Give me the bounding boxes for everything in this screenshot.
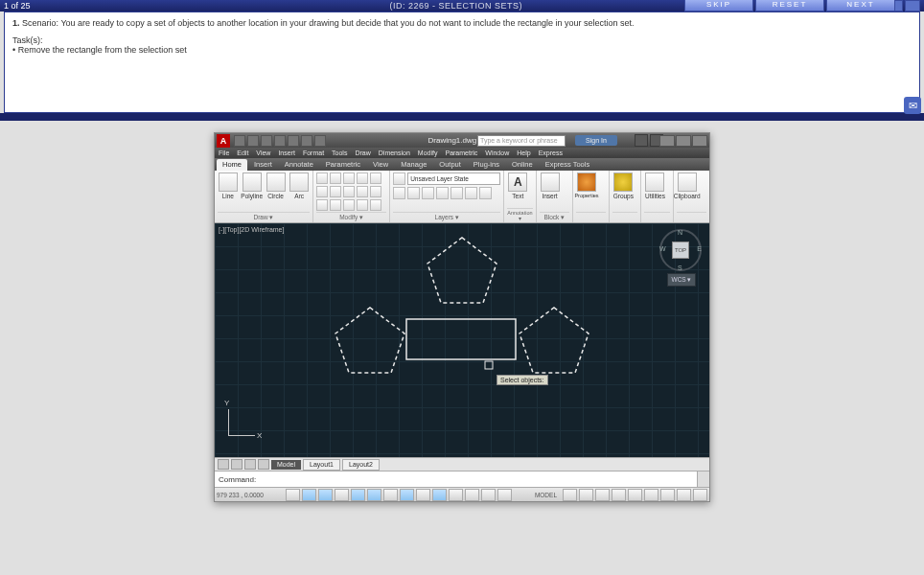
maximize-icon[interactable] bbox=[676, 135, 691, 147]
layer-prev-icon[interactable] bbox=[479, 187, 492, 199]
tool-join-icon[interactable] bbox=[357, 199, 368, 211]
tool-groups[interactable]: Groups bbox=[612, 172, 634, 199]
tool-insert-block[interactable]: Insert bbox=[540, 172, 561, 199]
menu-file[interactable]: File bbox=[219, 150, 229, 156]
tab-home[interactable]: Home bbox=[217, 159, 247, 171]
shape-rectangle[interactable] bbox=[406, 319, 516, 359]
status-dyn-icon[interactable] bbox=[432, 489, 447, 501]
layer-freeze-icon[interactable] bbox=[407, 187, 420, 199]
tab-view[interactable]: View bbox=[367, 159, 394, 171]
tab-online[interactable]: Online bbox=[506, 159, 539, 171]
tab-layout2[interactable]: Layout2 bbox=[342, 459, 380, 471]
menu-parametric[interactable]: Parametric bbox=[445, 150, 477, 156]
tool-mirror-icon[interactable] bbox=[330, 186, 341, 197]
tab-plugins[interactable]: Plug-ins bbox=[468, 159, 505, 171]
layout-prev-icon[interactable] bbox=[231, 459, 243, 470]
qat-save-icon[interactable] bbox=[261, 135, 272, 147]
panel-label-layers[interactable]: Layers ▾ bbox=[393, 212, 500, 222]
signin-button[interactable]: Sign In bbox=[575, 135, 617, 146]
tool-erase-icon[interactable] bbox=[357, 172, 368, 184]
tool-extend-icon[interactable] bbox=[343, 199, 355, 211]
drawing-area[interactable]: [-][Top][2D Wireframe] N S E W TOP WCS ▾… bbox=[215, 223, 709, 457]
status-annoscale-icon[interactable] bbox=[595, 489, 610, 501]
tab-annotate[interactable]: Annotate bbox=[279, 159, 319, 171]
status-ortho-icon[interactable] bbox=[335, 489, 349, 501]
status-hw-icon[interactable] bbox=[660, 489, 675, 501]
tool-scale-icon[interactable] bbox=[330, 199, 341, 211]
qat-new-icon[interactable] bbox=[234, 135, 245, 147]
panel-label-modify[interactable]: Modify ▾ bbox=[316, 212, 386, 222]
status-ws-icon[interactable] bbox=[628, 489, 642, 501]
status-3dosnap-icon[interactable] bbox=[383, 489, 398, 501]
status-lwt-icon[interactable] bbox=[449, 489, 463, 501]
search-input[interactable]: Type a keyword or phrase bbox=[477, 135, 566, 147]
layout-next-icon[interactable] bbox=[244, 459, 256, 470]
tool-rotate-icon[interactable] bbox=[330, 172, 341, 184]
tool-stretch-icon[interactable] bbox=[316, 199, 328, 211]
layer-lock-icon[interactable] bbox=[422, 187, 434, 199]
panel-label-draw[interactable]: Draw ▾ bbox=[218, 212, 310, 222]
status-qv-icon[interactable] bbox=[579, 489, 593, 501]
tab-parametric[interactable]: Parametric bbox=[320, 159, 366, 171]
app-logo-icon[interactable]: A bbox=[217, 134, 230, 148]
status-coordinates[interactable]: 979 233 , 0.0000 bbox=[217, 492, 284, 498]
command-input[interactable] bbox=[260, 472, 697, 486]
menu-window[interactable]: Window bbox=[485, 150, 509, 156]
tool-text[interactable]: AText bbox=[507, 172, 528, 199]
layout-last-icon[interactable] bbox=[258, 459, 269, 470]
menu-view[interactable]: View bbox=[256, 150, 270, 156]
status-infer-icon[interactable] bbox=[286, 489, 300, 501]
minimize-icon[interactable] bbox=[659, 135, 675, 147]
layer-iso-icon[interactable] bbox=[450, 187, 463, 199]
tool-properties[interactable]: Properties bbox=[576, 172, 597, 199]
status-osnap-icon[interactable] bbox=[367, 489, 381, 501]
next-button[interactable]: NEXT bbox=[826, 0, 895, 12]
status-layout-icon[interactable] bbox=[563, 489, 577, 501]
status-annovis-icon[interactable] bbox=[612, 489, 626, 501]
menu-express[interactable]: Express bbox=[539, 150, 563, 156]
layout-first-icon[interactable] bbox=[218, 459, 229, 470]
shape-pentagon-top[interactable] bbox=[427, 238, 497, 303]
status-snap-icon[interactable] bbox=[302, 489, 316, 501]
command-history-icon[interactable] bbox=[697, 472, 709, 487]
layer-state-dropdown[interactable]: Unsaved Layer State bbox=[407, 172, 500, 185]
status-space[interactable]: MODEL bbox=[531, 492, 561, 498]
qat-undo-icon[interactable] bbox=[301, 135, 312, 147]
quiz-close-icon[interactable] bbox=[905, 0, 920, 12]
reset-button[interactable]: RESET bbox=[755, 0, 824, 12]
tab-manage[interactable]: Manage bbox=[395, 159, 432, 171]
tool-circle[interactable]: Circle bbox=[266, 172, 287, 199]
status-polar-icon[interactable] bbox=[351, 489, 365, 501]
tool-break-icon[interactable] bbox=[370, 199, 381, 211]
menu-edit[interactable]: Edit bbox=[237, 150, 248, 156]
panel-label-block[interactable]: Block ▾ bbox=[540, 212, 569, 222]
menu-dimension[interactable]: Dimension bbox=[379, 150, 410, 156]
layer-properties-icon[interactable] bbox=[393, 172, 405, 185]
tool-fillet-icon[interactable] bbox=[343, 186, 355, 197]
tool-clipboard[interactable]: Clipboard bbox=[677, 172, 698, 199]
shape-pentagon-left[interactable] bbox=[335, 308, 404, 373]
exchange-icon[interactable] bbox=[635, 134, 648, 147]
help-bubble-icon[interactable]: ✉ bbox=[904, 97, 921, 114]
shape-pentagon-right[interactable] bbox=[520, 308, 589, 373]
tool-offset-icon[interactable] bbox=[370, 186, 381, 197]
tool-array-icon[interactable] bbox=[357, 186, 368, 197]
layer-off-icon[interactable] bbox=[393, 187, 405, 199]
menu-draw[interactable]: Draw bbox=[355, 150, 370, 156]
tool-utilities[interactable]: Utilities bbox=[644, 172, 665, 199]
qat-open-icon[interactable] bbox=[247, 135, 259, 147]
tool-explode-icon[interactable] bbox=[370, 172, 381, 184]
tab-model[interactable]: Model bbox=[271, 460, 301, 470]
status-grid-icon[interactable] bbox=[318, 489, 333, 501]
tool-copy-icon[interactable] bbox=[316, 186, 328, 197]
panel-label-annotation[interactable]: Annotation ▾ bbox=[507, 208, 532, 222]
tool-line[interactable]: Line bbox=[218, 172, 239, 199]
menu-format[interactable]: Format bbox=[303, 150, 324, 156]
skip-button[interactable]: SKIP bbox=[684, 0, 753, 12]
status-qp-icon[interactable] bbox=[481, 489, 496, 501]
tab-express[interactable]: Express Tools bbox=[540, 159, 596, 171]
status-otrack-icon[interactable] bbox=[400, 489, 414, 501]
layer-match-icon[interactable] bbox=[465, 187, 477, 199]
tool-polyline[interactable]: Polyline bbox=[242, 172, 263, 199]
menu-tools[interactable]: Tools bbox=[332, 150, 347, 156]
